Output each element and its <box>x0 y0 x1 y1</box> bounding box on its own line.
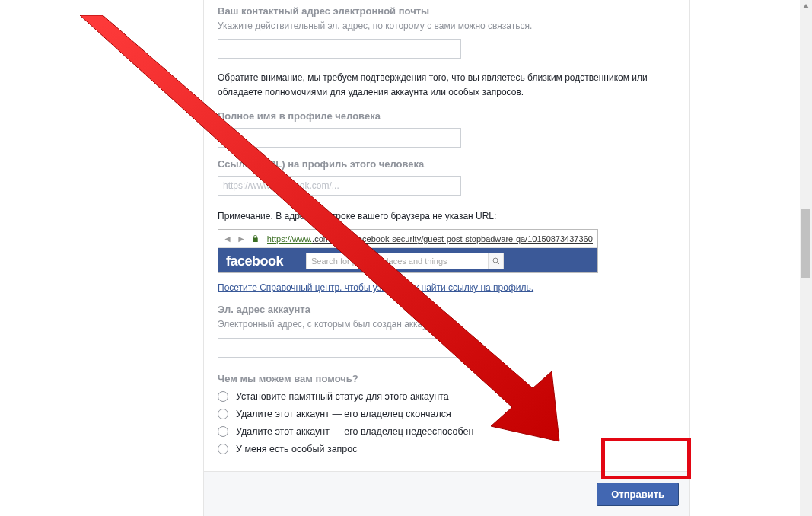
fb-banner: facebook Search for people, places and t… <box>218 248 597 273</box>
help-center-link[interactable]: Посетите Справочный центр, чтобы узнать,… <box>218 282 676 293</box>
svg-point-0 <box>493 258 498 263</box>
nav-back-icon: ◄ <box>223 234 232 244</box>
fb-search-box: Search for people, places and things <box>306 253 489 269</box>
example-address-bar: ◄ ► https://www..com/notes/facebook-secu… <box>218 230 597 248</box>
example-url: https://www..com/notes/facebook-security… <box>267 234 593 244</box>
form-card: Ваш контактный адрес электронной почты У… <box>203 0 690 516</box>
option-memorialize[interactable]: Установите памятный статус для этого акк… <box>218 391 676 402</box>
contact-email-label: Ваш контактный адрес электронной почты <box>218 5 676 17</box>
option-delete-incapacitated[interactable]: Удалите этот аккаунт — его владелец неде… <box>218 426 676 437</box>
option-delete-deceased[interactable]: Удалите этот аккаунт — его владелец скон… <box>218 409 676 419</box>
account-email-label: Эл. адрес аккаунта <box>218 304 676 315</box>
radio-icon <box>218 426 228 437</box>
radio-label: Установите памятный статус для этого акк… <box>236 391 449 402</box>
how-help-label: Чем мы можем вам помочь? <box>218 373 676 384</box>
account-email-input[interactable] <box>218 338 461 358</box>
radio-label: Удалите этот аккаунт — его владелец неде… <box>236 426 473 437</box>
contact-email-input[interactable] <box>218 39 461 59</box>
nav-icons: ◄ ► <box>223 234 261 244</box>
submit-button[interactable]: Отправить <box>597 483 679 506</box>
radio-icon <box>218 444 228 454</box>
contact-email-help: Укажите действительный эл. адрес, по кот… <box>218 20 676 33</box>
radio-icon <box>218 391 228 402</box>
option-special-request[interactable]: У меня есть особый запрос <box>218 444 676 454</box>
search-icon <box>489 253 504 269</box>
profile-url-input[interactable] <box>218 176 461 196</box>
full-name-label: Полное имя в профиле человека <box>218 110 676 122</box>
svg-line-1 <box>497 263 499 265</box>
full-name-input[interactable] <box>218 128 461 148</box>
form-body: Ваш контактный адрес электронной почты У… <box>204 0 689 471</box>
radio-label: У меня есть особый запрос <box>236 444 358 454</box>
scrollbar-thumb[interactable] <box>801 209 810 278</box>
example-note: Примечание. В адресной строке вашего бра… <box>218 209 676 224</box>
confirmation-note: Обратите внимание, мы требуем подтвержде… <box>218 71 676 99</box>
scrollbar-up-button[interactable] <box>800 0 812 12</box>
profile-url-label: Ссылка (URL) на профиль этого человека <box>218 158 676 170</box>
lock-icon <box>250 234 261 244</box>
radio-icon <box>218 409 228 419</box>
scrollbar-track[interactable] <box>800 0 812 516</box>
radio-label: Удалите этот аккаунт — его владелец скон… <box>236 409 451 419</box>
facebook-logo: facebook <box>226 253 283 269</box>
nav-forward-icon: ► <box>237 234 246 244</box>
form-footer: Отправить <box>204 471 689 516</box>
example-screenshot: ◄ ► https://www..com/notes/facebook-secu… <box>218 229 598 273</box>
account-email-help: Электронный адрес, с которым был создан … <box>218 318 676 331</box>
